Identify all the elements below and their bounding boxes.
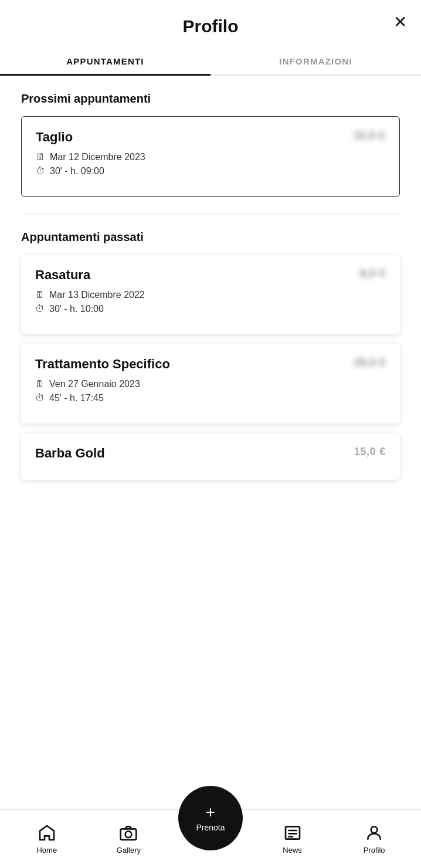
appt-name-0: Rasatura (35, 267, 90, 283)
appt-date-row-1: 🗓 Ven 27 Gennaio 2023 (35, 379, 386, 389)
camera-icon (119, 823, 138, 842)
appt-time: 30' - h. 09:00 (50, 166, 104, 177)
clock-icon-0: ⏱ (35, 304, 45, 314)
nav-label-news: News (283, 846, 302, 855)
home-icon (38, 823, 56, 842)
header: Profilo ✕ (0, 0, 421, 46)
appt-name-1: Trattamento Specifico (35, 357, 170, 372)
past-appt-card-0[interactable]: Rasatura 8,0 € 🗓 Mar 13 Dicembre 2022 ⏱ … (21, 255, 400, 334)
nav-label-gallery: Gallery (117, 846, 141, 855)
prenota-fab[interactable]: + Prenota (178, 786, 243, 850)
appt-date-0: Mar 13 Dicembre 2022 (49, 290, 145, 300)
page-title: Profilo (183, 16, 239, 36)
card-header-0: Rasatura 8,0 € (35, 267, 386, 283)
appt-name: Taglio (36, 130, 73, 145)
upcoming-appt-card-0[interactable]: Taglio 15,0 € 🗓 Mar 12 Dicembre 2023 ⏱ 3… (21, 116, 400, 197)
svg-point-6 (371, 826, 378, 833)
appt-price-1: 28,0 € (354, 357, 386, 369)
appt-price: 15,0 € (354, 130, 385, 142)
past-appt-card-1[interactable]: Trattamento Specifico 28,0 € 🗓 Ven 27 Ge… (21, 344, 400, 423)
appt-time-0: 30' - h. 10:00 (49, 304, 104, 314)
tab-appuntamenti[interactable]: APPUNTAMENTI (0, 46, 210, 74)
card-header-2: Barba Gold 15,0 € (35, 446, 386, 461)
calendar-icon-1: 🗓 (35, 379, 45, 389)
person-icon (365, 823, 383, 842)
nav-item-home[interactable]: Home (6, 823, 88, 855)
nav-item-gallery[interactable]: Gallery (88, 823, 170, 855)
tab-informazioni[interactable]: INFORMAZIONI (210, 46, 421, 74)
appt-price-0: 8,0 € (360, 267, 386, 280)
past-title: Appuntamenti passati (21, 230, 400, 244)
appt-time-row-1: ⏱ 45' - h. 17:45 (35, 393, 386, 404)
fab-plus-icon: + (206, 804, 215, 820)
card-header: Taglio 15,0 € (36, 130, 385, 145)
nav-item-profilo[interactable]: Profilo (333, 823, 415, 855)
main-content: Prossimi appuntamenti Taglio 15,0 € 🗓 Ma… (0, 76, 421, 480)
appt-date-row-0: 🗓 Mar 13 Dicembre 2022 (35, 290, 386, 300)
appt-date: Mar 12 Dicembre 2023 (50, 152, 145, 162)
nav-label-profilo: Profilo (364, 846, 385, 855)
calendar-icon: 🗓 (36, 152, 45, 162)
appt-name-2: Barba Gold (35, 446, 105, 461)
nav-label-home: Home (36, 846, 57, 855)
appt-price-2: 15,0 € (354, 446, 386, 458)
svg-point-1 (125, 831, 132, 838)
appt-time-1: 45' - h. 17:45 (49, 393, 104, 404)
clock-icon-1: ⏱ (35, 393, 45, 404)
appt-date-1: Ven 27 Gennaio 2023 (49, 379, 140, 389)
upcoming-section: Prossimi appuntamenti Taglio 15,0 € 🗓 Ma… (21, 92, 400, 197)
past-section: Appuntamenti passati Rasatura 8,0 € 🗓 Ma… (21, 230, 400, 480)
past-appt-card-2[interactable]: Barba Gold 15,0 € (21, 433, 400, 480)
close-button[interactable]: ✕ (393, 14, 407, 30)
card-header-1: Trattamento Specifico 28,0 € (35, 357, 386, 372)
clock-icon: ⏱ (36, 166, 45, 177)
fab-label: Prenota (196, 823, 225, 832)
calendar-icon-0: 🗓 (35, 290, 45, 300)
appt-date-row: 🗓 Mar 12 Dicembre 2023 (36, 152, 385, 162)
upcoming-title: Prossimi appuntamenti (21, 92, 400, 106)
news-icon (283, 823, 302, 842)
nav-item-news[interactable]: News (252, 823, 334, 855)
divider (21, 213, 400, 214)
appt-time-row: ⏱ 30' - h. 09:00 (36, 166, 385, 177)
appt-time-row-0: ⏱ 30' - h. 10:00 (35, 304, 386, 314)
tabs-bar: APPUNTAMENTI INFORMAZIONI (0, 46, 421, 76)
